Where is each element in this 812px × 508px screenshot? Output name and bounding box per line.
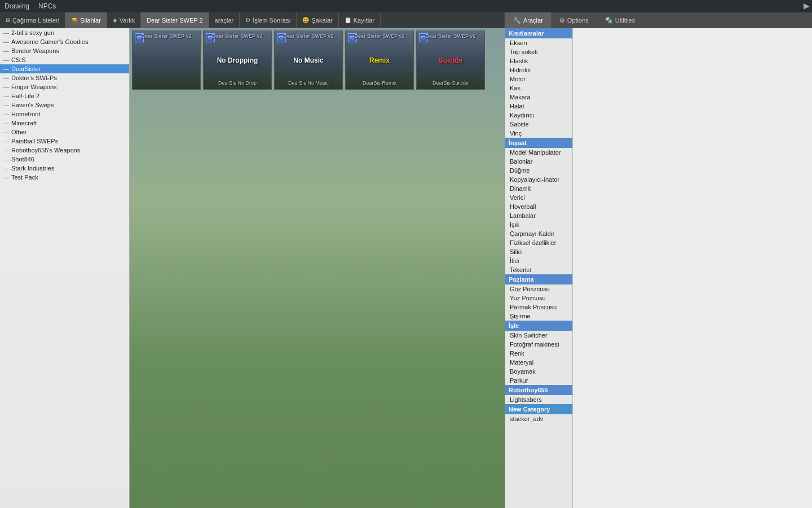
varlik-icon: ◈ [113,17,117,23]
tab-sakalar[interactable]: 😄 Şakalar [297,12,338,28]
sidebar-item-13[interactable]: —Robotboy655's Weapons [0,146,129,155]
tool-item-0-0[interactable]: Eksen [505,38,572,47]
weapon-card-0[interactable]: 🛡Dear Sister SWEP v2 [132,30,201,90]
sidebar-item-7[interactable]: —Half-Life 2 [0,91,129,100]
weapon-card-2[interactable]: 🛡Dear Sister SWEP v2No MusicDearSis No M… [274,30,343,90]
sidebar-item-14[interactable]: —Shot846 [0,155,129,164]
sidebar-item-label-13: Robotboy655's Weapons [11,147,80,154]
tool-item-1-7[interactable]: Lambalar [505,211,572,220]
tool-item-3-5[interactable]: Parkur [505,376,572,385]
sidebar-item-9[interactable]: —Homefront [0,110,129,119]
tab-araclar[interactable]: araçlar [209,12,240,28]
tool-item-3-0[interactable]: Skin Switcher [505,331,572,340]
menu-npcs[interactable]: NPCs [38,2,56,10]
tool-item-0-9[interactable]: Sabitle [505,120,572,129]
tool-item-1-9[interactable]: Çarpmayı Kaldır [505,229,572,238]
sidebar-item-5[interactable]: —Doktor's SWEPs [0,73,129,82]
weapon-card-title-1: Dear Sister SWEP v2 [204,33,271,39]
expand-icon[interactable]: ▶ [804,1,810,10]
tab-varlik[interactable]: ◈ Varlık [107,12,141,28]
weapon-card-title-2: Dear Sister SWEP v2 [275,33,342,39]
tool-item-3-3[interactable]: Materyal [505,358,572,367]
weapon-card-name-4: Suicide [417,56,484,64]
tool-item-2-1[interactable]: Yuz Pozcusu [505,294,572,303]
tool-category-1[interactable]: İnşaat [505,138,572,148]
tool-category-5[interactable]: New Category [505,404,572,414]
tool-category-2[interactable]: Pozlama [505,274,572,284]
sidebar-item-label-3: CS:S [11,56,26,63]
tool-item-4-0[interactable]: Lightsabers [505,395,572,404]
tool-item-2-3[interactable]: Şişirme [505,312,572,321]
tool-item-3-4[interactable]: Boyamak [505,367,572,376]
tool-item-0-10[interactable]: Vinç [505,129,572,138]
tool-item-1-11[interactable]: Silici [505,247,572,256]
sidebar-item-label-5: Doktor's SWEPs [11,75,57,81]
tool-item-1-6[interactable]: Hoverball [505,202,572,211]
tab-kayitlar[interactable]: 📋 Kayıtlar [339,12,381,28]
tool-category-0[interactable]: Kısıtlamalar [505,28,572,38]
kayitlar-icon: 📋 [345,17,351,23]
sidebar-item-label-9: Homefront [11,111,40,117]
tab-islem-sonrasi[interactable]: ⚙ İşlem Sonrası [240,12,297,28]
weapon-card-3[interactable]: 🛡Dear Sister SWEP v2RemixDearSis Remix [345,30,414,90]
tool-list[interactable]: KısıtlamalarEksenTop şoketiElastikHidrol… [505,28,573,508]
tool-item-1-13[interactable]: Tekerler [505,265,572,274]
tool-item-0-4[interactable]: Motor [505,75,572,84]
sidebar-item-15[interactable]: —Stark Industries [0,164,129,173]
sidebar-item-8[interactable]: —Haven's Sweps [0,100,129,110]
right-tab-araclar[interactable]: 🔧 Araçlar [505,12,551,28]
tool-item-2-2[interactable]: Parmak Poscusu [505,303,572,312]
tool-item-1-2[interactable]: Düğme [505,166,572,175]
weapon-card-title-4: Dear Sister SWEP v2 [417,33,484,39]
silahlar-icon: 🔫 [71,17,78,23]
right-tab-utilities[interactable]: 🔩 Utilities [597,12,643,28]
sidebar-item-10[interactable]: —Minecraft [0,119,129,128]
tool-item-3-2[interactable]: Renk [505,349,572,358]
weapon-card-name-2: No Music [275,56,342,64]
tab-dear-sister[interactable]: Dear Sister SWEP 2 [141,12,209,28]
tool-item-1-12[interactable]: İtici [505,256,572,265]
tool-item-0-7[interactable]: Halat [505,102,572,111]
tool-category-3[interactable]: İşle [505,321,572,331]
weapon-card-1[interactable]: 🛡Dear Sister SWEP v2No DroppingDearSis N… [203,30,272,90]
content-area: —2-bit's sexy gun—Awesome Gamer's Goodie… [0,28,505,508]
sidebar-item-6[interactable]: —Finger Weapons [0,82,129,91]
sidebar-item-2[interactable]: —Bender Weapons [0,46,129,55]
tool-item-1-4[interactable]: Dinamit [505,184,572,193]
tool-item-1-0[interactable]: Model Manipulator [505,148,572,157]
tool-item-3-1[interactable]: Fotoğraf makinesi [505,340,572,349]
tool-item-1-8[interactable]: Işık [505,220,572,229]
weapon-card-4[interactable]: 🛡Dear Sister SWEP v2SuicideDearSis Suici… [416,30,485,90]
tool-item-0-1[interactable]: Top şoketi [505,47,572,56]
tool-item-0-2[interactable]: Elastik [505,56,572,65]
right-options-label: Options [567,17,589,24]
sidebar-icon-14: — [3,156,9,163]
sidebar-item-4[interactable]: —DearSister [0,64,129,73]
tool-item-1-5[interactable]: Verici [505,193,572,202]
menu-drawing[interactable]: Drawing [5,2,29,10]
tool-category-4[interactable]: Robotboy655 [505,385,572,395]
tool-item-0-3[interactable]: Hidrolik [505,65,572,75]
sidebar-item-12[interactable]: —Paintball SWEPs [0,137,129,146]
tool-item-1-10[interactable]: Fiziksel özellikler [505,238,572,247]
tool-item-2-0[interactable]: Göz Poszcusu [505,284,572,294]
left-sidebar[interactable]: —2-bit's sexy gun—Awesome Gamer's Goodie… [0,28,130,508]
tool-item-0-6[interactable]: Makara [505,93,572,102]
tab-calling-lists[interactable]: ⊞ Çağırma Listeleri [0,12,65,28]
tab-silahlar[interactable]: 🔫 Silahlar [65,12,107,28]
tab-islem-sonrasi-label: İşlem Sonrası [253,17,290,24]
tool-item-1-3[interactable]: Kopyalayıcı-inator [505,175,572,184]
sidebar-item-1[interactable]: —Awesome Gamer's Goodies [0,37,129,46]
tool-item-0-8[interactable]: Kaydırıcı [505,111,572,120]
tool-item-5-0[interactable]: stacker_adv [505,414,572,423]
tool-item-0-5[interactable]: Kas [505,84,572,93]
sidebar-item-label-2: Bender Weapons [11,47,59,54]
right-utilities-icon: 🔩 [605,17,613,24]
weapon-card-label-3: DearSis Remix [346,80,413,86]
sidebar-item-0[interactable]: —2-bit's sexy gun [0,28,129,37]
sidebar-item-3[interactable]: —CS:S [0,55,129,64]
sidebar-item-16[interactable]: —Test Pack [0,173,129,182]
right-tab-options[interactable]: ⚙ Options [551,12,597,28]
tool-item-1-1[interactable]: Balonlar [505,157,572,166]
sidebar-item-11[interactable]: —Other [0,128,129,137]
